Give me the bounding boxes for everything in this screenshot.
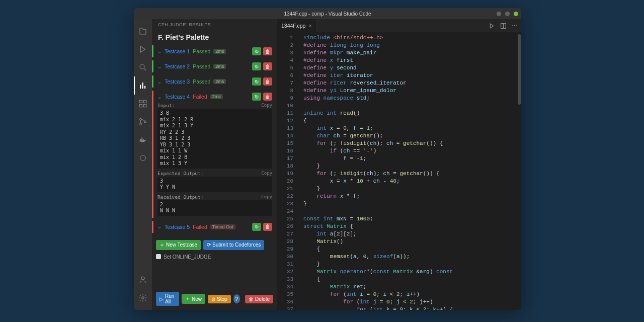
submit-button[interactable]: ⟳ Submit to Codeforces [203,240,264,250]
svg-rect-1 [140,85,141,89]
new-testcase-button[interactable]: ＋ New Testcase [156,240,201,250]
copy-button[interactable]: Copy [261,171,272,176]
rerun-button[interactable]: ↻ [252,93,261,101]
titlebar: 1344F.cpp - comp - Visual Studio Code [134,8,521,19]
explorer-icon[interactable] [134,22,152,40]
svg-rect-13 [143,139,144,140]
tab-bar: 1344F.cpp × ⋯ [277,19,521,32]
more-icon[interactable]: ⋯ [512,23,517,29]
svg-point-15 [140,155,146,161]
copy-button[interactable]: Copy [261,103,272,108]
input-label: Input: [157,103,175,108]
trash-icon: 🗑 [249,296,254,302]
stop-label: Stop [217,296,227,302]
new-button[interactable]: ＋ New [182,294,205,304]
delete-testcase-button[interactable]: 🗑 [263,93,272,101]
delete-label: Delete [255,296,270,302]
code-content[interactable]: #include <bits/stdc++.h>#define llong lo… [299,32,521,310]
rerun-button[interactable]: ↻ [252,77,261,86]
testcase-row: ⌄Testcase 2Passed2ms↻🗑 [152,60,275,72]
scm-icon[interactable] [134,113,152,131]
testcase-input[interactable]: 3 8 mix 2 1 2 R mix 2 1 3 Y RY 2 2 3 RB … [157,109,272,169]
sidebar-footer: ▷ Run All ＋ New ⊘ Stop ? 🗑 Delete [152,289,277,310]
play-icon: ▷ [159,296,164,302]
run-icon[interactable] [134,40,152,58]
chevron-down-icon: ⌄ [157,49,162,54]
new-label: New [192,296,202,302]
settings-icon[interactable] [134,289,152,307]
testcase-header[interactable]: ⌄Testcase 2Passed2ms↻🗑 [157,62,272,70]
upload-icon: ⟳ [207,242,211,248]
circle-icon[interactable] [134,149,152,167]
testcase-name: Testcase 1 [165,48,190,54]
rerun-button[interactable]: ↻ [252,62,261,70]
sidebar: CPH JUDGE: RESULTS F. Piet's Palette ⌄Te… [152,19,277,310]
main-area: CPH JUDGE: RESULTS F. Piet's Palette ⌄Te… [134,19,521,310]
rerun-button[interactable]: ↻ [252,47,261,55]
checkbox-icon[interactable] [156,254,161,259]
testcase-name: Testcase 2 [165,63,190,69]
delete-button[interactable]: 🗑 Delete [245,295,273,303]
chevron-down-icon: ⌄ [157,224,162,229]
testcase-received[interactable]: 2 N N N [157,200,272,216]
docker-icon[interactable] [134,131,152,149]
problem-title: F. Piet's Palette [152,30,277,45]
svg-rect-5 [144,100,146,103]
received-label: Received Output: [157,194,204,200]
editor-actions: ⋯ [489,19,521,32]
close-icon[interactable]: × [308,23,311,29]
account-icon[interactable] [134,271,152,289]
tab-label: 1344F.cpp [281,23,305,29]
testcase-time: 2ms [213,79,226,84]
delete-testcase-button[interactable]: 🗑 [263,223,272,231]
delete-testcase-button[interactable]: 🗑 [263,77,272,86]
testcase-time: 2ms [210,94,223,99]
testcase-header[interactable]: ⌄Testcase 3Passed2ms↻🗑 [157,77,272,86]
svg-point-16 [141,277,144,280]
scrollbar-thumb[interactable] [518,34,521,105]
testcase-status: Passed [193,78,210,85]
svg-rect-2 [142,83,143,89]
plus-icon: ＋ [159,242,165,249]
maximize-icon[interactable] [505,12,510,16]
run-file-icon[interactable] [489,23,495,29]
online-judge-row[interactable]: Set ONLINE_JUDGE [152,252,277,262]
chevron-down-icon: ⌄ [157,79,162,85]
minimize-icon[interactable] [497,12,501,16]
testcase-status: Failed [193,224,207,230]
split-editor-icon[interactable] [500,23,507,29]
copy-button[interactable]: Copy [261,194,272,200]
close-icon[interactable] [514,12,518,16]
testcase-row: ⌄Testcase 4Failed2ms↻🗑Input:Copy3 8 mix … [152,91,275,218]
help-button[interactable]: ? [233,294,240,303]
rerun-button[interactable]: ↻ [252,223,261,231]
window-controls [497,12,518,16]
testcase-header[interactable]: ⌄Testcase 5FailedTimed Out↻🗑 [157,223,272,231]
activity-bar [134,19,152,310]
extensions-icon[interactable] [134,95,152,113]
online-judge-label: Set ONLINE_JUDGE [164,254,211,260]
testcase-list: ⌄Testcase 1Passed2ms↻🗑⌄Testcase 2Passed2… [152,45,277,236]
vscode-window: 1344F.cpp - comp - Visual Studio Code CP… [134,8,521,310]
delete-testcase-button[interactable]: 🗑 [263,62,272,70]
testcase-header[interactable]: ⌄Testcase 1Passed2ms↻🗑 [157,47,272,55]
testcase-header[interactable]: ⌄Testcase 4Failed2ms↻🗑 [157,93,272,101]
gutter: 1234567891011121314151617181920212223242… [277,32,299,310]
testcase-status: Passed [193,63,210,69]
testcase-expected[interactable]: 3 Y Y N [157,177,272,192]
code-editor[interactable]: 1234567891011121314151617181920212223242… [277,32,521,310]
testcase-status: Failed [193,94,207,100]
testcase-time: 2ms [213,49,226,54]
svg-point-8 [140,119,142,121]
search-icon[interactable] [134,58,152,76]
results-icon[interactable] [134,76,152,95]
testcase-name: Testcase 5 [165,224,190,230]
svg-point-9 [140,123,142,125]
delete-testcase-button[interactable]: 🗑 [263,47,272,55]
scrollbar[interactable] [516,32,521,310]
stop-button[interactable]: ⊘ Stop [208,295,231,303]
run-all-button[interactable]: ▷ Run All [156,292,179,306]
svg-rect-3 [144,86,145,89]
tab-file[interactable]: 1344F.cpp × [277,19,316,32]
new-testcase-label: New Testcase [166,242,197,248]
